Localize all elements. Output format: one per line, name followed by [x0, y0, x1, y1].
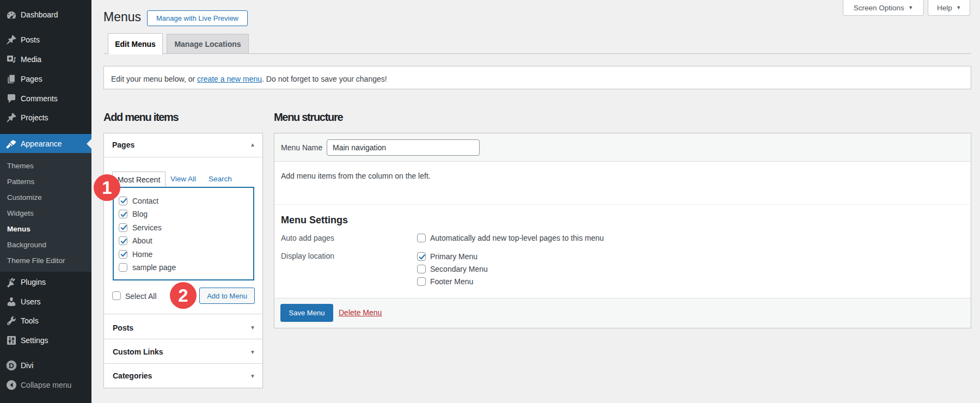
- svg-text:D: D: [9, 362, 14, 370]
